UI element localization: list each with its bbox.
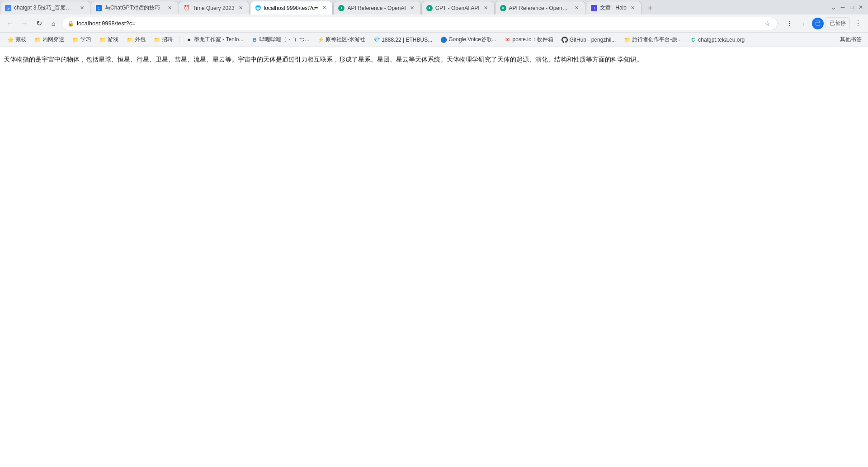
tab-close-6[interactable]: ✕	[482, 5, 490, 12]
bookmark-github[interactable]: GitHub - pengzhil...	[558, 35, 620, 44]
bookmark-label-yuanshen: 原神社区-米游社	[326, 36, 365, 43]
tab-close-8[interactable]: ✕	[629, 5, 637, 12]
home-button[interactable]: ⌂	[47, 17, 60, 30]
downloads-button[interactable]: ↓	[797, 17, 810, 30]
address-input[interactable]	[77, 20, 760, 27]
tab-label-2: 与ChatGPT对话的技巧 -	[105, 4, 163, 12]
bookmark-icon-eth: 💎	[373, 37, 380, 43]
bookmark-label-waibao: 外包	[135, 36, 146, 43]
bookmark-youxi[interactable]: 📁 游戏	[96, 34, 122, 45]
tab-close-1[interactable]: ✕	[78, 5, 85, 12]
bookmark-zhaopin[interactable]: 📁 招聘	[150, 34, 176, 45]
forward-button[interactable]: →	[18, 17, 31, 30]
tab-label-5: API Reference - OpenAI	[347, 5, 406, 11]
tab-favicon-4: 🌐	[255, 5, 261, 11]
bookmark-label-zhaopin: 招聘	[162, 36, 173, 43]
bookmark-xuexi[interactable]: 📁 学习	[69, 34, 95, 45]
bookmark-icon-folder-2: 📁	[72, 37, 79, 43]
reload-button[interactable]: ↻	[33, 17, 45, 30]
navigation-bar: ← → ↻ ⌂ 🔒 ☆ ⋮ ↓ 已 已暂停 ⋮	[0, 14, 868, 33]
extensions-button[interactable]: ⋮	[783, 17, 796, 30]
bookmark-cangzhi[interactable]: ⭐ 藏枝	[4, 34, 30, 45]
bookmark-icon-google-voice: 🔵	[440, 37, 447, 43]
tab-label-6: GPT - OpenAI API	[435, 5, 480, 11]
bookmark-icon-folder-4: 📁	[127, 37, 133, 43]
address-bar-container[interactable]: 🔒 ☆	[61, 17, 778, 30]
page-content: 天体物指的是宇宙中的物体，包括星球、恒星、行星、卫星、彗星、流星、星云等。宇宙中…	[0, 47, 868, 467]
tabs-container: G chatgpt 3.5技巧_百度搜索 ✕ C 与ChatGPT对话的技巧 -…	[0, 0, 830, 14]
window-controls: ⌄ ─ □ ✕	[830, 4, 868, 11]
bookmark-icon-star: ⭐	[7, 37, 14, 43]
tab-favicon-8: H	[591, 5, 597, 11]
title-bar: G chatgpt 3.5技巧_百度搜索 ✕ C 与ChatGPT对话的技巧 -…	[0, 0, 868, 14]
minimize-button[interactable]: ─	[839, 4, 846, 11]
tab-gpt-api[interactable]: ● GPT - OpenAI API ✕	[421, 1, 495, 14]
tab-close-3[interactable]: ✕	[237, 5, 245, 12]
tab-label-1: chatgpt 3.5技巧_百度搜索	[14, 4, 75, 12]
tab-time-query[interactable]: ⏰ Time Query 2023 ✕	[179, 1, 249, 14]
page-body-text: 天体物指的是宇宙中的物体，包括星球、恒星、行星、卫星、彗星、流星、星云等。宇宙中…	[4, 54, 864, 64]
bookmark-icon-folder-1: 📁	[34, 37, 41, 43]
bookmark-label-xuexi: 学习	[80, 36, 91, 43]
bookmark-label-github: GitHub - pengzhil...	[570, 37, 616, 43]
tab-close-7[interactable]: ✕	[573, 5, 580, 12]
tab-favicon-6: ●	[426, 5, 433, 11]
tab-api-ref-2[interactable]: ● API Reference - OpenAI... ✕	[495, 1, 585, 14]
address-icons: ☆	[763, 19, 772, 28]
bookmark-label-poste: poste.io：收件箱	[513, 36, 553, 43]
bookmark-label-cangzhi: 藏枝	[15, 36, 26, 43]
tab-favicon-3: ⏰	[184, 5, 190, 11]
maximize-button[interactable]: □	[848, 4, 855, 11]
bookmark-icon-folder-3: 📁	[99, 37, 106, 43]
tab-close-2[interactable]: ✕	[166, 5, 173, 12]
tab-halo[interactable]: H 文章 - Halo ✕	[586, 1, 642, 14]
bookmark-poste[interactable]: ✉ poste.io：收件箱	[501, 34, 557, 45]
bookmark-label-molong: 墨龙工作室 - Tenlo...	[194, 36, 243, 43]
bookmark-icon-chatgpt-teka: C	[690, 37, 696, 43]
tab-label-3: Time Query 2023	[193, 5, 234, 11]
tab-label-8: 文章 - Halo	[600, 4, 627, 12]
bookmark-bilibili[interactable]: B 哔哩哔哩（・`）つ...	[248, 34, 313, 45]
bookmark-label-traveler: 旅行者创作平台-旅...	[632, 36, 682, 43]
bookmark-chatgpt-teka[interactable]: C chatgpt.teka.eu.org	[686, 35, 748, 44]
tab-favicon-1: G	[5, 5, 11, 11]
bookmarks-more-label: 其他书签	[840, 36, 862, 43]
tab-favicon-2: C	[96, 5, 102, 11]
tab-chatgpt-search[interactable]: G chatgpt 3.5技巧_百度搜索 ✕	[0, 1, 90, 14]
bookmark-label-neiwang: 内网穿透	[42, 36, 64, 43]
bookmark-icon-github	[561, 37, 568, 43]
tab-close-5[interactable]: ✕	[409, 5, 416, 12]
close-button[interactable]: ✕	[857, 4, 864, 11]
bookmark-star-icon[interactable]: ☆	[763, 19, 772, 28]
tab-api-ref-1[interactable]: ● API Reference - OpenAI ✕	[333, 1, 420, 14]
separator-1	[179, 36, 179, 43]
profile-paused-label[interactable]: 已暂停	[826, 17, 850, 29]
bookmarks-more-button[interactable]: 其他书签	[837, 34, 864, 45]
bookmark-icon-bilibili: B	[251, 37, 258, 43]
back-button[interactable]: ←	[4, 17, 16, 30]
bookmark-icon-poste: ✉	[505, 37, 511, 43]
chrome-menu-button[interactable]: ⋮	[852, 17, 864, 30]
bookmark-traveler[interactable]: 📁 旅行者创作平台-旅...	[620, 34, 685, 45]
tab-chatgpt-tips[interactable]: C 与ChatGPT对话的技巧 - ✕	[91, 1, 178, 14]
tab-close-4[interactable]: ✕	[321, 5, 328, 12]
bookmark-yuanshen[interactable]: ⚡ 原神社区-米游社	[314, 34, 369, 45]
bookmark-icon-yuanshen: ⚡	[317, 37, 324, 43]
tab-localhost[interactable]: 🌐 localhost:9998/test?c= ✕	[250, 1, 333, 14]
tab-favicon-5: ●	[338, 5, 344, 11]
bookmark-neiwang[interactable]: 📁 内网穿透	[31, 34, 68, 45]
tab-search-button[interactable]: ⌄	[830, 4, 837, 11]
bookmark-label-google-voice: Google Voice谷歌...	[448, 36, 496, 43]
profile-avatar[interactable]: 已	[812, 18, 824, 29]
lock-icon: 🔒	[67, 20, 74, 27]
bookmark-waibao[interactable]: 📁 外包	[123, 34, 149, 45]
bookmark-google-voice[interactable]: 🔵 Google Voice谷歌...	[437, 34, 500, 45]
bookmark-label-eth: 1888.22 | ETHBUS...	[382, 37, 432, 43]
profile-area: ⋮ ↓ 已 已暂停 ⋮	[779, 17, 864, 30]
tab-label-4: localhost:9998/test?c=	[264, 5, 318, 11]
bookmark-label-youxi: 游戏	[108, 36, 118, 43]
bookmark-molong[interactable]: ■ 墨龙工作室 - Tenlo...	[182, 34, 247, 45]
bookmark-ethbus[interactable]: 💎 1888.22 | ETHBUS...	[370, 35, 436, 44]
tab-favicon-7: ●	[500, 5, 506, 11]
new-tab-button[interactable]: +	[644, 2, 656, 14]
